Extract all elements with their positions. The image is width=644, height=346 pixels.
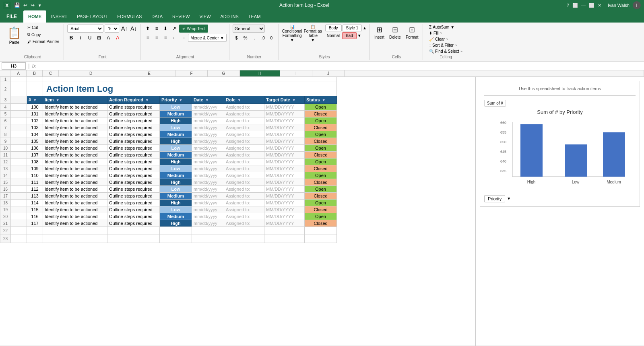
priority-cell[interactable]: Low <box>160 124 192 131</box>
role-cell[interactable]: Assigned to: <box>224 152 264 159</box>
role-cell[interactable]: Assigned to: <box>224 179 264 186</box>
font-color-button[interactable]: A <box>114 34 122 42</box>
action-required[interactable]: Outline steps required <box>107 152 160 159</box>
target-date-cell[interactable]: MM/DD/YYYY <box>264 159 305 165</box>
paste-button[interactable]: 📋 Paste <box>4 25 25 46</box>
date-cell[interactable]: mm/dd/yyyy <box>192 124 224 131</box>
item-description[interactable]: Identify item to be actioned <box>43 138 107 145</box>
item-description[interactable]: Identify item to be actioned <box>43 213 107 220</box>
tab-data[interactable]: DATA <box>147 10 167 23</box>
item-description[interactable]: Identify item to be actioned <box>43 193 107 200</box>
item-id[interactable]: 104 <box>27 131 43 138</box>
sheet-main[interactable]: 1 2 Action Item Log 3 # ▼ <box>0 77 475 346</box>
target-date-cell[interactable]: MM/DD/YYYY <box>264 172 305 179</box>
role-filter-icon[interactable]: ▼ <box>237 98 241 102</box>
priority-cell[interactable]: Medium <box>160 213 192 220</box>
item-id[interactable]: 112 <box>27 186 43 193</box>
item-id[interactable]: 115 <box>27 206 43 213</box>
copy-button[interactable]: ⧉ Copy <box>25 31 61 38</box>
date-cell[interactable]: mm/dd/yyyy <box>192 159 224 165</box>
action-required[interactable]: Outline steps required <box>107 138 160 145</box>
autosum-button[interactable]: Σ AutoSum ▼ <box>427 25 456 30</box>
priority-cell[interactable]: Medium <box>160 152 192 159</box>
date-cell[interactable]: mm/dd/yyyy <box>192 152 224 159</box>
item-id[interactable]: 117 <box>27 220 43 227</box>
date-cell[interactable]: mm/dd/yyyy <box>192 206 224 213</box>
role-cell[interactable]: Assigned to: <box>224 117 264 124</box>
formula-input[interactable] <box>37 62 642 70</box>
priority-cell[interactable]: Medium <box>160 172 192 179</box>
tab-file[interactable]: FILE <box>0 10 23 23</box>
format-painter-button[interactable]: 🖌 Format Painter <box>25 39 61 45</box>
decrease-decimal-button[interactable]: 0. <box>268 34 276 42</box>
status-cell[interactable]: Closed <box>305 138 337 145</box>
target-date-cell[interactable]: MM/DD/YYYY <box>264 186 305 193</box>
priority-cell[interactable]: High <box>160 159 192 165</box>
cut-button[interactable]: ✂ Cut <box>25 25 61 31</box>
format-button[interactable]: ⊡ Format <box>404 25 420 40</box>
find-select-button[interactable]: 🔍 Find & Select ~ <box>427 49 464 54</box>
status-cell[interactable]: Closed <box>305 220 337 227</box>
date-cell[interactable]: mm/dd/yyyy <box>192 200 224 206</box>
status-cell[interactable]: Open <box>305 213 337 220</box>
item-description[interactable]: Identify item to be actioned <box>43 159 107 165</box>
priority-cell[interactable]: High <box>160 200 192 206</box>
role-cell[interactable]: Assigned to: <box>224 138 264 145</box>
merge-center-button[interactable]: Merge & Center ▼ <box>188 34 227 42</box>
style1-button[interactable]: Style 1 <box>343 25 362 31</box>
item-id[interactable]: 101 <box>27 111 43 117</box>
priority-cell[interactable]: Medium <box>160 111 192 117</box>
action-required[interactable]: Outline steps required <box>107 172 160 179</box>
item-description[interactable]: Identify item to be actioned <box>43 131 107 138</box>
styles-scroll-down[interactable]: ▼ <box>357 33 361 38</box>
target-date-cell[interactable]: MM/DD/YYYY <box>264 206 305 213</box>
priority-cell[interactable]: Low <box>160 104 192 111</box>
priority-cell[interactable]: Medium <box>160 193 192 200</box>
restore-icon[interactable]: ⬜ <box>572 3 578 8</box>
item-id[interactable]: 110 <box>27 172 43 179</box>
priority-cell[interactable]: Low <box>160 186 192 193</box>
indent-decrease-button[interactable]: ← <box>170 34 178 42</box>
role-cell[interactable]: Assigned to: <box>224 165 264 172</box>
status-cell[interactable]: Open <box>305 200 337 206</box>
col-header-g[interactable]: G <box>208 70 240 76</box>
tab-review[interactable]: REVIEW <box>167 10 194 23</box>
role-cell[interactable]: Assigned to: <box>224 131 264 138</box>
item-id[interactable]: 103 <box>27 124 43 131</box>
target-date-cell[interactable]: MM/DD/YYYY <box>264 131 305 138</box>
date-cell[interactable]: mm/dd/yyyy <box>192 131 224 138</box>
item-description[interactable]: Identify item to be actioned <box>43 117 107 124</box>
date-cell[interactable]: mm/dd/yyyy <box>192 213 224 220</box>
date-filter-icon[interactable]: ▼ <box>205 98 209 102</box>
action-required[interactable]: Outline steps required <box>107 111 160 117</box>
role-cell[interactable]: Assigned to: <box>224 111 264 117</box>
wrap-text-button[interactable]: ↵ Wrap Text <box>179 25 208 33</box>
align-bottom-button[interactable]: ⬇ <box>161 25 169 33</box>
priority-cell[interactable]: High <box>160 138 192 145</box>
item-description[interactable]: Identify item to be actioned <box>43 172 107 179</box>
action-required[interactable]: Outline steps required <box>107 145 160 152</box>
target-date-cell[interactable]: MM/DD/YYYY <box>264 104 305 111</box>
action-filter-icon[interactable]: ▼ <box>145 98 149 102</box>
status-cell[interactable]: Open <box>305 186 337 193</box>
action-required[interactable]: Outline steps required <box>107 213 160 220</box>
priority-cell[interactable]: High <box>160 179 192 186</box>
item-description[interactable]: Identify item to be actioned <box>43 104 107 111</box>
date-cell[interactable]: mm/dd/yyyy <box>192 220 224 227</box>
date-cell[interactable]: mm/dd/yyyy <box>192 111 224 117</box>
delete-button[interactable]: ⊟ Delete <box>388 25 402 40</box>
font-size-select[interactable]: 10 <box>105 25 119 33</box>
date-cell[interactable]: mm/dd/yyyy <box>192 138 224 145</box>
priority-cell[interactable]: Low <box>160 145 192 152</box>
font-name-select[interactable]: Arial <box>67 25 103 33</box>
col-header-i[interactable]: I <box>280 70 312 76</box>
col-header-c[interactable]: C <box>43 70 59 76</box>
format-as-table-button[interactable]: 📋 Format as Table ▼ <box>304 25 322 42</box>
action-required[interactable]: Outline steps required <box>107 179 160 186</box>
target-date-cell[interactable]: MM/DD/YYYY <box>264 165 305 172</box>
role-cell[interactable]: Assigned to: <box>224 104 264 111</box>
priority-filter-button[interactable]: Priority <box>484 195 505 202</box>
status-cell[interactable]: Closed <box>305 179 337 186</box>
target-date-cell[interactable]: MM/DD/YYYY <box>264 200 305 206</box>
item-id[interactable]: 108 <box>27 159 43 165</box>
